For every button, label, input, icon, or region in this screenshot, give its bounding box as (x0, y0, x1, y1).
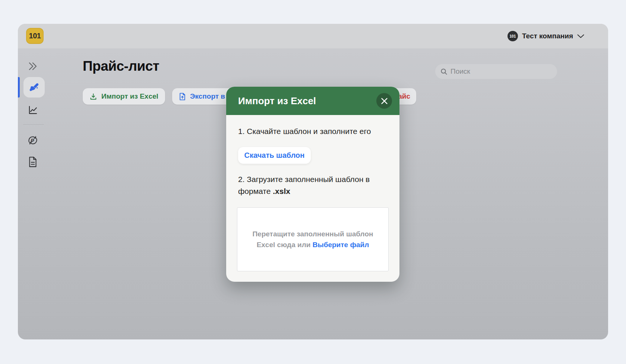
chevron-down-icon (577, 34, 584, 38)
file-dropzone[interactable]: Перетащите заполненный шаблон Excel сюда… (237, 207, 389, 271)
sidebar-item-payments[interactable]: P (27, 134, 39, 147)
svg-text:P: P (31, 138, 34, 143)
modal-step2-text-main: 2. Загрузите заполненный шаблон в формат… (238, 175, 370, 195)
app-logo-text: 101 (29, 32, 41, 40)
sidebar-divider (23, 124, 44, 125)
download-icon (89, 93, 97, 100)
danger-button-visible-text: айс (398, 92, 410, 100)
company-avatar: 101 (508, 31, 518, 41)
company-switcher[interactable]: 101 Тест компания (508, 24, 584, 48)
file-export-icon (179, 93, 186, 100)
import-excel-label: Импорт из Excel (101, 92, 158, 100)
expand-sidebar-button[interactable] (28, 62, 38, 71)
export-label: Экспорт в (190, 92, 225, 100)
modal-title: Импорт из Excel (238, 95, 376, 107)
line-chart-icon (28, 105, 38, 115)
sidebar-item-documents[interactable] (28, 156, 38, 167)
import-excel-button[interactable]: Импорт из Excel (83, 88, 165, 105)
modal-step1-text: 1. Скачайте шаблон и заполните его (238, 125, 385, 137)
download-template-button[interactable]: Скачать шаблон (238, 147, 311, 164)
modal-step2-text: 2. Загрузите заполненный шаблон в формат… (238, 173, 385, 197)
sidebar-item-analytics[interactable] (28, 105, 38, 115)
page-title: Прайс-лист (83, 58, 159, 74)
document-icon (28, 156, 38, 167)
ruble-refresh-icon: P (27, 134, 39, 147)
modal-body: 1. Скачайте шаблон и заполните его Скача… (226, 115, 399, 271)
app-logo[interactable]: 101 (26, 28, 44, 44)
choose-file-link[interactable]: Выберите файл (313, 241, 369, 249)
search-icon (440, 68, 448, 75)
import-excel-modal: Импорт из Excel 1. Скачайте шаблон и зап… (226, 87, 399, 282)
close-icon (381, 98, 388, 104)
company-name: Тест компания (522, 32, 573, 40)
sidebar-item-pricelist[interactable] (23, 77, 45, 98)
modal-header: Импорт из Excel (226, 87, 399, 115)
brush-icon (29, 82, 39, 93)
dropzone-hint: Перетащите заполненный шаблон Excel сюда… (247, 229, 379, 250)
double-chevron-right-icon (28, 62, 38, 70)
company-avatar-text: 101 (510, 34, 516, 38)
search-box[interactable] (435, 64, 557, 79)
top-bar: 101 101 Тест компания (18, 24, 608, 48)
modal-close-button[interactable] (376, 93, 392, 109)
app-root: 101 101 Тест компания (0, 0, 626, 364)
modal-step2-extension: .xslx (273, 187, 290, 195)
sidebar-active-indicator (18, 77, 20, 98)
search-input[interactable] (450, 67, 552, 76)
